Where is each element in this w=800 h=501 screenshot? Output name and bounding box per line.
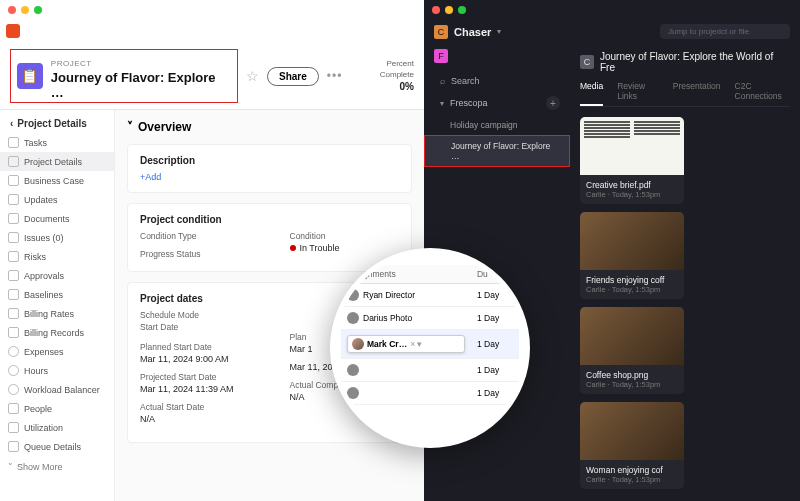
project-icon: 📋 [17, 63, 43, 89]
condition-value: In Trouble [290, 243, 400, 253]
cond-type-label: Condition Type [140, 231, 250, 241]
show-more[interactable]: ˅ Show More [0, 456, 114, 478]
close-dot[interactable] [8, 6, 16, 14]
workspace-row[interactable]: ▾Frescopa+ [424, 91, 570, 115]
sidebar-icon [8, 289, 19, 300]
tab-media[interactable]: Media [580, 81, 603, 106]
overview-title[interactable]: ˅Overview [127, 120, 412, 134]
thumbnail [580, 402, 684, 460]
workfront-window: 📋 PROJECT Journey of Flavor: Explore … ☆… [0, 0, 424, 501]
workspace-c-icon[interactable]: C [434, 25, 448, 39]
thumbnail [580, 117, 684, 175]
tile-meta: Carlie · Today, 1:53pm [586, 475, 678, 484]
max-dot[interactable] [458, 6, 466, 14]
sidebar-item[interactable]: People [0, 399, 114, 418]
sidebar-item[interactable]: Baselines [0, 285, 114, 304]
tab-review-links[interactable]: Review Links [617, 81, 659, 106]
more-icon[interactable]: ••• [327, 69, 343, 83]
sidebar-item[interactable]: Queue Details [0, 437, 114, 456]
media-grid: Creative brief.pdfCarlie · Today, 1:53pm… [580, 117, 790, 489]
sidebar-item[interactable]: Workload Balancer [0, 380, 114, 399]
sidebar-item[interactable]: Utilization [0, 418, 114, 437]
share-button[interactable]: Share [267, 67, 319, 86]
avatar-icon [347, 289, 359, 301]
duration-cell: 1 Day [471, 382, 519, 405]
add-description[interactable]: +Add [140, 172, 161, 182]
actual-start-value: N/A [140, 414, 250, 424]
tab-presentation[interactable]: Presentation [673, 81, 721, 106]
chaser-tabs: Media Review Links Presentation C2C Conn… [580, 81, 790, 107]
sidebar-item[interactable]: Project Details [0, 152, 114, 171]
sidebar-item[interactable]: Billing Rates [0, 304, 114, 323]
media-tile[interactable]: Coffee shop.pngCarlie · Today, 1:53pm [580, 307, 684, 394]
sidebar-item[interactable]: Approvals [0, 266, 114, 285]
search-nav[interactable]: ⌕Search [424, 71, 570, 91]
duration-cell: 1 Day [471, 359, 519, 382]
project-label: PROJECT [51, 59, 92, 68]
duration-cell: 1 Day [471, 307, 519, 330]
assignee-chip[interactable]: Mark Cr…× ▾ [347, 335, 465, 353]
app-name[interactable]: Chaser [454, 26, 491, 38]
sidebar-item[interactable]: Expenses [0, 342, 114, 361]
tile-name: Creative brief.pdf [586, 180, 678, 190]
sidebar-item-journey[interactable]: Journey of Flavor: Explore … [424, 135, 570, 167]
assignment-row[interactable]: Darius Photo1 Day [341, 307, 519, 330]
percent-value: 0% [350, 80, 414, 93]
chevron-down-icon[interactable]: ▾ [497, 27, 501, 36]
close-dot[interactable] [432, 6, 440, 14]
percent-complete: Percent Complete 0% [350, 59, 414, 93]
sidebar-item[interactable]: Hours [0, 361, 114, 380]
duration-cell[interactable]: 1 Day [471, 330, 519, 359]
brave-icon [6, 24, 20, 38]
assignment-row[interactable]: 1 Day [341, 382, 519, 405]
sidebar-icon [8, 175, 19, 186]
window-controls-right [424, 0, 800, 20]
tile-meta: Carlie · Today, 1:53pm [586, 380, 678, 389]
progress-label: Progress Status [140, 249, 250, 259]
avatar-icon [347, 312, 359, 324]
search-icon: ⌕ [440, 76, 445, 86]
sidebar-icon [8, 327, 19, 338]
percent-label: Percent Complete [380, 59, 414, 78]
jump-search[interactable]: Jump to projedct or file [660, 24, 790, 39]
sidebar-item[interactable]: Updates [0, 190, 114, 209]
media-tile[interactable]: Creative brief.pdfCarlie · Today, 1:53pm [580, 117, 684, 204]
sidebar-item[interactable]: Risks [0, 247, 114, 266]
avatar-icon [347, 387, 359, 399]
chaser-project-title: Journey of Flavor: Explore the World of … [600, 51, 790, 73]
thumbnail [580, 307, 684, 365]
condition-label: Condition [290, 231, 400, 241]
media-tile[interactable]: Woman enjoying cofCarlie · Today, 1:53pm [580, 402, 684, 489]
planned-start-value: Mar 11, 2024 9:00 AM [140, 354, 250, 364]
avatar-icon [347, 364, 359, 376]
status-dot-icon [290, 245, 296, 251]
sidebar-item[interactable]: Tasks [0, 133, 114, 152]
window-controls [0, 0, 424, 20]
min-dot[interactable] [445, 6, 453, 14]
tab-c2c[interactable]: C2C Connections [735, 81, 790, 106]
assignment-row[interactable]: 1 Day [341, 359, 519, 382]
workspace-f-icon[interactable]: F [434, 49, 448, 63]
add-icon[interactable]: + [546, 96, 560, 110]
chaser-topbar: C Chaser ▾ Jump to projedct or file [424, 20, 800, 43]
media-tile[interactable]: Friends enjoying coffCarlie · Today, 1:5… [580, 212, 684, 299]
tile-name: Coffee shop.png [586, 370, 678, 380]
sidebar-icon [8, 308, 19, 319]
avatar-icon [352, 338, 364, 350]
assignment-row[interactable]: Ryan Director1 Day [341, 284, 519, 307]
tile-name: Friends enjoying coff [586, 275, 678, 285]
condition-card: Project condition Condition Type Progres… [127, 203, 412, 272]
chevron-down-icon: ▾ [440, 99, 444, 108]
max-dot[interactable] [34, 6, 42, 14]
star-icon[interactable]: ☆ [246, 68, 259, 84]
sidebar-item[interactable]: Billing Records [0, 323, 114, 342]
thumbnail [580, 212, 684, 270]
sidebar-icon [8, 403, 19, 414]
min-dot[interactable] [21, 6, 29, 14]
sidebar-icon [8, 384, 19, 395]
assignment-row[interactable]: Mark Cr…× ▾1 Day [341, 330, 519, 359]
sidebar-item[interactable]: Issues (0) [0, 228, 114, 247]
sidebar-item[interactable]: Documents [0, 209, 114, 228]
sidebar-item[interactable]: Business Case [0, 171, 114, 190]
sidebar-item-holiday[interactable]: Holiday campaign [424, 115, 570, 135]
